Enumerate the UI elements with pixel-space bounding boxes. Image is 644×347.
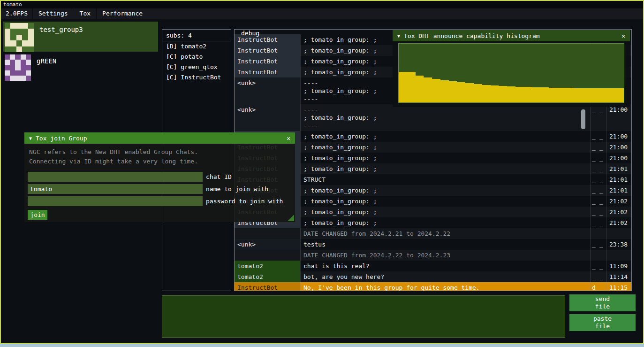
chat-id-input[interactable] <box>28 172 203 182</box>
receipt-marks: _ _ <box>590 131 606 142</box>
member-item[interactable]: [C] InstructBot <box>162 72 231 83</box>
sidebar-item-gREEN[interactable]: gREEN <box>3 53 158 82</box>
histogram-bar <box>432 79 436 102</box>
sender-name: InstructBot <box>235 282 300 291</box>
field-label: name to join with <box>206 185 268 193</box>
timestamp: 21:00 <box>606 142 631 153</box>
sidebar-item-test_group3[interactable]: test_group3 <box>3 22 158 52</box>
close-icon[interactable]: ✕ <box>287 135 290 142</box>
histogram-bar <box>465 83 470 102</box>
timestamp: 21:01 <box>606 185 631 196</box>
histogram-bar <box>486 85 491 102</box>
timestamp: 11:09 <box>606 261 631 271</box>
message-text: No, I've been in this group for quite so… <box>300 282 590 291</box>
histogram-bar <box>549 88 553 102</box>
timestamp <box>606 250 631 261</box>
message-text: ; tomato_in_group: ; <box>300 153 590 163</box>
group-avatar <box>5 54 31 81</box>
receipt-marks: _ _ <box>590 196 606 207</box>
tab-debug[interactable]: debug <box>241 30 259 36</box>
histogram-bar <box>491 85 495 102</box>
chat-row: InstructBotNo, I've been in this group f… <box>235 282 631 291</box>
receipt-marks: _ _ <box>590 217 606 228</box>
member-item[interactable]: [C] green_qtox <box>162 62 231 72</box>
histogram-bar <box>520 87 524 102</box>
sender-name: InstructBot <box>235 45 300 56</box>
paste-file-button[interactable]: paste file <box>569 314 636 331</box>
join-title: Tox join Group <box>36 135 283 142</box>
message-input[interactable] <box>162 295 565 338</box>
histogram-bar <box>615 88 620 102</box>
timestamp: 21:00 <box>606 104 631 131</box>
message-text: DATE CHANGED from 2024.2.22 to 2024.2.23 <box>300 250 590 261</box>
field-label: password to join with <box>206 198 283 205</box>
menu-item-settings[interactable]: Settings <box>32 8 74 19</box>
histogram-body <box>393 41 630 107</box>
close-icon[interactable]: ✕ <box>621 32 625 39</box>
join-button[interactable]: join <box>28 210 47 220</box>
histogram-bar <box>428 77 432 102</box>
histogram-bar <box>553 88 557 102</box>
join-field-row: chat ID <box>28 170 295 183</box>
send-file-button[interactable]: send file <box>569 294 636 311</box>
sender-name: <unk> <box>235 77 300 104</box>
histogram-bar <box>503 86 507 102</box>
histogram-bar <box>461 82 465 102</box>
message-text: STRUCT <box>300 174 590 185</box>
timestamp <box>606 228 631 239</box>
system-row: DATE CHANGED from 2024.2.22 to 2024.2.23 <box>235 250 631 261</box>
histogram-bar <box>494 85 499 102</box>
timestamp: 11:15 <box>606 282 631 291</box>
message-text: ; tomato_in_group: ; <box>300 142 590 153</box>
sender-name: <unk> <box>235 104 300 131</box>
dht-histogram-window: ▼ Tox DHT announce capability histogram … <box>393 30 630 107</box>
chat-scrollbar-thumb[interactable] <box>581 109 585 129</box>
join-password-input[interactable] <box>28 196 203 206</box>
receipt-marks: _ _ <box>590 174 606 185</box>
histogram-bar <box>603 88 607 102</box>
histogram-bar <box>536 87 540 102</box>
histogram-bar <box>482 85 486 102</box>
join-title-bar[interactable]: ▼ Tox join Group ✕ <box>24 132 295 144</box>
message-text: ; tomato_in_group: ; <box>300 207 590 217</box>
receipt-marks: _ _ <box>590 239 606 250</box>
member-item[interactable]: [C] potato <box>162 52 231 62</box>
receipt-marks <box>590 228 606 239</box>
join-name-input[interactable]: tomato <box>28 184 203 194</box>
collapse-icon[interactable]: ▼ <box>397 33 400 39</box>
member-item[interactable]: [D] tomato2 <box>162 41 231 52</box>
group-name: test_group3 <box>39 26 83 33</box>
histogram-bar <box>540 87 545 102</box>
chat-row: tomato2bot, are you new here?_ _11:14 <box>235 271 631 282</box>
receipt-marks: _ _ <box>590 104 606 131</box>
menu-item-tox[interactable]: Tox <box>74 8 96 19</box>
histogram-bar <box>561 88 566 102</box>
histogram-bar <box>595 88 599 102</box>
histogram-bar <box>574 88 578 102</box>
timestamp: 21:02 <box>606 207 631 217</box>
histogram-bars <box>399 44 624 102</box>
histogram-bar <box>611 88 615 102</box>
receipt-marks: _ _ <box>590 271 606 282</box>
menu-item-performance[interactable]: Performance <box>96 8 148 19</box>
timestamp: 21:01 <box>606 174 631 185</box>
message-text: testus <box>300 239 590 250</box>
histogram-bar <box>449 81 453 102</box>
chat-row: <unk>----; tomato_in_group: ;----_ _21:0… <box>235 104 631 131</box>
histogram-bar <box>557 88 561 102</box>
message-text: ; tomato_in_group: ; <box>300 163 590 174</box>
histogram-bar <box>399 72 403 102</box>
collapse-icon[interactable]: ▼ <box>29 136 32 141</box>
resize-grip[interactable] <box>288 215 294 221</box>
histogram-bar <box>511 86 515 102</box>
timestamp: 21:00 <box>606 153 631 163</box>
sender-name <box>235 250 300 261</box>
title-bar[interactable]: tomato <box>1 1 643 8</box>
timestamp: 23:38 <box>606 239 631 250</box>
sender-name: <unk> <box>235 239 300 250</box>
histogram-title-bar[interactable]: ▼ Tox DHT announce capability histogram … <box>393 30 630 41</box>
histogram-bar <box>440 80 445 102</box>
histogram-title: Tox DHT announce capability histogram <box>404 32 618 39</box>
timestamp: 21:01 <box>606 163 631 174</box>
receipt-marks: _ _ <box>590 163 606 174</box>
